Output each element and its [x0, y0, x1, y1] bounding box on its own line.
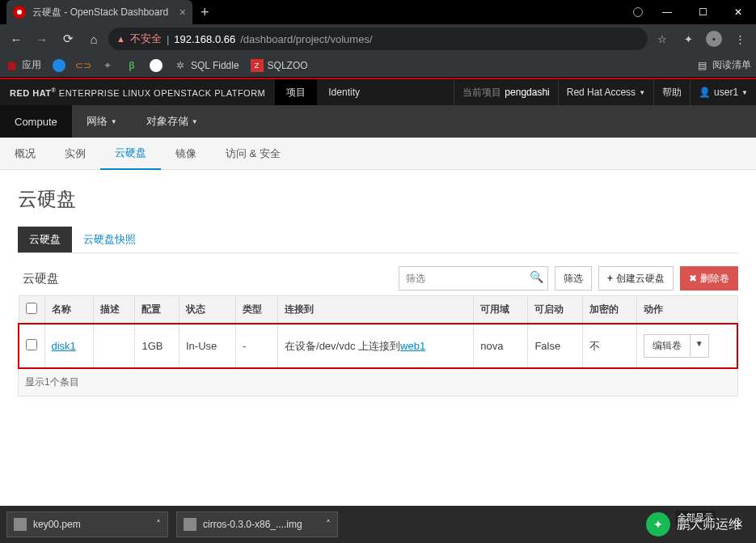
- cell-enc: 不: [582, 324, 636, 368]
- bookmark-item[interactable]: ✦: [101, 59, 114, 72]
- browser-navbar: ← → ⟳ ⌂ ▲ 不安全 | 192.168.0.66/dashboard/p…: [0, 24, 756, 53]
- file-icon: [14, 518, 27, 531]
- search-icon[interactable]: 🔍: [530, 270, 543, 283]
- window-minimize-button[interactable]: —: [649, 0, 685, 24]
- bookmark-item[interactable]: [53, 59, 65, 72]
- col-zone: 可用域: [474, 296, 528, 325]
- nav-identity[interactable]: Identity: [317, 79, 371, 105]
- sqlfiddle-bookmark[interactable]: ✲SQL Fiddle: [174, 59, 239, 72]
- col-status: 状态: [179, 296, 235, 325]
- account-indicator-icon[interactable]: [633, 7, 643, 17]
- tab-volumes[interactable]: 云硬盘: [100, 138, 161, 170]
- profile-avatar[interactable]: •: [703, 28, 725, 50]
- col-actions: 动作: [636, 296, 737, 325]
- home-button[interactable]: ⌂: [82, 28, 105, 50]
- col-attach: 连接到: [278, 296, 474, 325]
- user-menu[interactable]: 👤user1 ▼: [690, 79, 756, 105]
- table-footer: 显示1个条目: [18, 369, 738, 397]
- nav-project[interactable]: 项目: [275, 79, 317, 105]
- show-all-downloads[interactable]: 全部显示: [675, 511, 716, 524]
- bookmark-star-icon[interactable]: ☆: [651, 28, 674, 50]
- action-dropdown-toggle[interactable]: ▼: [690, 335, 708, 357]
- nav-object-storage[interactable]: 对象存储 ▼: [132, 105, 213, 138]
- volume-name-link[interactable]: disk1: [52, 340, 76, 352]
- close-tab-icon[interactable]: ×: [179, 6, 186, 19]
- extensions-icon[interactable]: ✦: [677, 28, 699, 50]
- wechat-icon: ✦: [646, 512, 670, 537]
- table-toolbar: 云硬盘 🔍 筛选 +创建云硬盘 ✖删除卷: [18, 266, 738, 291]
- tab-overview[interactable]: 概况: [0, 138, 50, 170]
- new-tab-button[interactable]: +: [192, 4, 218, 21]
- bookmark-item[interactable]: [150, 59, 163, 72]
- kebab-menu-icon[interactable]: ⋮: [729, 28, 751, 50]
- window-maximize-button[interactable]: ☐: [685, 0, 720, 24]
- download-filename: cirros-0.3.0-x86_....img: [203, 519, 302, 530]
- url-path: /dashboard/project/volumes/: [240, 33, 372, 45]
- tab-access-security[interactable]: 访问 & 安全: [211, 138, 295, 170]
- subtab-snapshots[interactable]: 云硬盘快照: [72, 227, 147, 252]
- window-titlebar: 云硬盘 - OpenStack Dashboard × + — ☐ ✕: [0, 0, 756, 24]
- tertiary-nav: 概况 实例 云硬盘 镜像 访问 & 安全: [0, 138, 756, 170]
- browser-tab[interactable]: 云硬盘 - OpenStack Dashboard ×: [6, 0, 192, 24]
- download-item[interactable]: cirros-0.3.0-x86_....img ˄: [176, 511, 338, 537]
- create-volume-button[interactable]: +创建云硬盘: [598, 266, 674, 291]
- subtab-volumes[interactable]: 云硬盘: [18, 227, 72, 252]
- select-all-checkbox[interactable]: [26, 303, 37, 314]
- cell-zone: nova: [474, 324, 528, 368]
- sub-tabs: 云硬盘 云硬盘快照: [18, 227, 738, 253]
- forward-button[interactable]: →: [31, 28, 53, 50]
- page-title: 云硬盘: [18, 186, 738, 212]
- bookmark-item[interactable]: β: [125, 59, 138, 72]
- platform-logo: RED HAT® ENTERPRISE LINUX OPENSTACK PLAT…: [0, 87, 275, 98]
- close-icon: ✖: [689, 273, 697, 284]
- window-close-button[interactable]: ✕: [720, 0, 756, 24]
- col-type: 类型: [236, 296, 278, 325]
- tab-title: 云硬盘 - OpenStack Dashboard: [32, 6, 173, 19]
- openstack-header: RED HAT® ENTERPRISE LINUX OPENSTACK PLAT…: [0, 79, 756, 105]
- row-action-button[interactable]: 编辑卷 ▼: [644, 334, 709, 358]
- help-link[interactable]: 帮助: [653, 79, 690, 105]
- edit-volume-button[interactable]: 编辑卷: [644, 335, 690, 357]
- download-bar: key00.pem ˄ cirros-0.3.0-x86_....img ˄ ×: [0, 506, 756, 543]
- cell-attach: 在设备/dev/vdc 上连接到web1: [278, 324, 474, 368]
- chevron-up-icon[interactable]: ˄: [326, 519, 331, 530]
- sqlzoo-bookmark[interactable]: ZSQLZOO: [251, 59, 308, 72]
- table-title: 云硬盘: [23, 271, 59, 286]
- insecure-label: 不安全: [130, 32, 162, 46]
- tab-images[interactable]: 镜像: [161, 138, 211, 170]
- download-item[interactable]: key00.pem ˄: [6, 511, 168, 537]
- redhat-favicon-icon: [13, 6, 26, 19]
- delete-volume-button[interactable]: ✖删除卷: [680, 266, 738, 291]
- attach-instance-link[interactable]: web1: [400, 340, 425, 352]
- current-project: 当前项目 pengdashi: [454, 79, 557, 105]
- bookmark-item[interactable]: ⊂⊃: [77, 59, 90, 72]
- reload-button[interactable]: ⟳: [57, 28, 79, 50]
- cell-size: 1GB: [135, 324, 179, 368]
- chevron-up-icon[interactable]: ˄: [156, 519, 161, 530]
- cell-desc: [93, 324, 135, 368]
- col-name: 名称: [44, 296, 93, 325]
- filter-input[interactable]: [399, 266, 548, 291]
- cell-type: -: [236, 324, 278, 368]
- page-content: 云硬盘 云硬盘 云硬盘快照 云硬盘 🔍 筛选 +创建云硬盘 ✖删除卷 名称 描述…: [0, 170, 756, 413]
- redhat-access-menu[interactable]: Red Hat Access ▼: [558, 79, 653, 105]
- col-boot: 可启动: [528, 296, 582, 325]
- col-size: 配置: [135, 296, 179, 325]
- watermark: 全部显示 ✦ 鹏大师运维: [646, 512, 741, 537]
- filter-button[interactable]: 筛选: [555, 266, 592, 291]
- nav-compute[interactable]: Compute: [0, 105, 72, 138]
- apps-bookmark[interactable]: ▦应用: [5, 58, 41, 72]
- col-enc: 加密的: [582, 296, 636, 325]
- insecure-warning-icon: ▲: [116, 34, 125, 44]
- reading-list-button[interactable]: ▤阅读清单: [695, 58, 751, 72]
- back-button[interactable]: ←: [5, 28, 27, 50]
- nav-network[interactable]: 网络 ▼: [72, 105, 132, 138]
- tab-instances[interactable]: 实例: [50, 138, 100, 170]
- secondary-nav: Compute 网络 ▼ 对象存储 ▼: [0, 105, 756, 138]
- col-desc: 描述: [93, 296, 135, 325]
- download-filename: key00.pem: [33, 519, 81, 530]
- row-checkbox[interactable]: [26, 339, 37, 350]
- plus-icon: +: [607, 273, 613, 284]
- file-icon: [184, 518, 196, 531]
- address-bar[interactable]: ▲ 不安全 | 192.168.0.66/dashboard/project/v…: [108, 28, 648, 50]
